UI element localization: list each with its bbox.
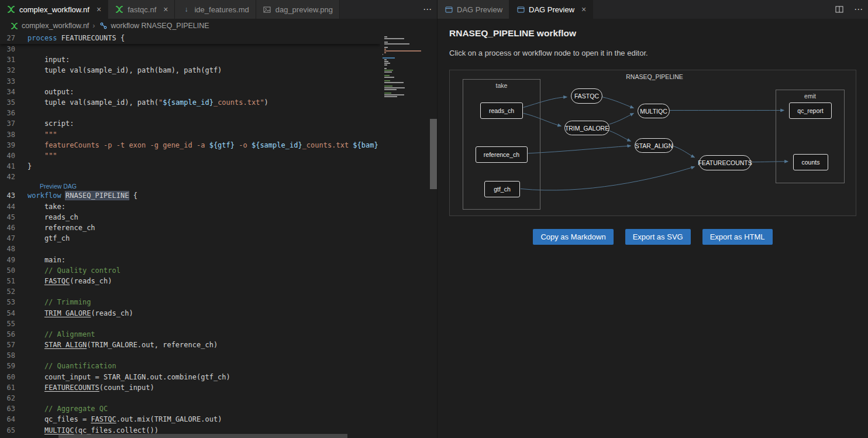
more-actions-icon[interactable]: ⋯ xyxy=(849,0,868,19)
minimap-line xyxy=(383,57,395,59)
code-line[interactable]: 44 take: xyxy=(0,201,380,212)
line-number: 51 xyxy=(0,276,27,286)
code-line[interactable]: 57 STAR_ALIGN(TRIM_GALORE.out, reference… xyxy=(0,340,380,350)
dag-node-gtf-ch[interactable]: gtf_ch xyxy=(484,181,520,197)
tab-ide-features[interactable]: ↓ ide_features.md xyxy=(175,0,256,19)
code-line[interactable]: 32 tuple val(sample_id), path(bam), path… xyxy=(0,65,380,76)
code-lines[interactable]: 3031 input:32 tuple val(sample_id), path… xyxy=(0,44,380,438)
line-number: 54 xyxy=(0,308,27,319)
code-text: take: xyxy=(27,201,380,212)
code-line[interactable]: 30 xyxy=(0,44,380,54)
nextflow-icon xyxy=(6,5,16,14)
dag-node-fastqc[interactable]: FASTQC xyxy=(571,88,602,104)
code-line[interactable]: 34 output: xyxy=(0,87,380,97)
code-line[interactable]: 63 // Aggregate QC xyxy=(0,403,380,414)
vertical-scrollbar-thumb[interactable] xyxy=(430,119,437,189)
line-number: 60 xyxy=(0,372,27,382)
code-line[interactable]: 62 xyxy=(0,393,380,403)
code-line[interactable]: 52 xyxy=(0,286,380,297)
code-text xyxy=(27,244,380,254)
code-pane[interactable]: 27process FEATURECOUNTS { 3031 input:32 … xyxy=(0,33,380,438)
line-number: 61 xyxy=(0,382,27,393)
code-text xyxy=(27,319,380,329)
code-line[interactable]: 60 count_input = STAR_ALIGN.out.combine(… xyxy=(0,372,380,382)
export-html-button[interactable]: Export as HTML xyxy=(702,229,773,245)
close-icon[interactable]: × xyxy=(97,5,101,13)
code-line[interactable]: 53 // Trimming xyxy=(0,297,380,307)
dag-node-star-align[interactable]: STAR_ALIGN xyxy=(635,138,673,153)
dag-node-reference-ch[interactable]: reference_ch xyxy=(476,146,528,163)
code-line[interactable]: 39 featureCounts -p -t exon -g gene_id -… xyxy=(0,140,380,150)
minimap-line xyxy=(384,36,387,37)
codelens-preview-dag[interactable]: Preview DAG xyxy=(0,182,380,190)
breadcrumb-file[interactable]: complex_workflow.nf xyxy=(9,21,89,30)
tab-dag-preview-1[interactable]: DAG Preview xyxy=(438,0,509,19)
minimap-line xyxy=(384,89,397,90)
code-line[interactable]: 43workflow RNASEQ_PIPELINE { xyxy=(0,190,380,201)
tab-complex-workflow[interactable]: complex_workflow.nf × xyxy=(0,0,108,19)
code-line[interactable]: 38 """ xyxy=(0,129,380,140)
copy-markdown-button[interactable]: Copy as Markdown xyxy=(533,229,613,245)
dag-node-reads-ch[interactable]: reads_ch xyxy=(480,102,523,119)
breadcrumb-symbol[interactable]: workflow RNASEQ_PIPELINE xyxy=(99,21,209,30)
code-line[interactable]: 42 xyxy=(0,172,380,182)
tab-dag-preview-png[interactable]: dag_preview.png xyxy=(256,0,340,19)
code-line[interactable]: 50 // Quality control xyxy=(0,265,380,276)
minimap[interactable] xyxy=(380,33,429,438)
code-line[interactable]: 64 qc_files = FASTQC.out.mix(TRIM_GALORE… xyxy=(0,414,380,425)
code-line[interactable]: 33 xyxy=(0,76,380,87)
code-line[interactable]: 47 gtf_ch xyxy=(0,233,380,244)
code-line[interactable]: 56 // Alignment xyxy=(0,329,380,340)
dag-node-counts[interactable]: counts xyxy=(793,154,828,170)
export-svg-button[interactable]: Export as SVG xyxy=(625,229,691,245)
tab-dag-preview-2[interactable]: DAG Preview × xyxy=(509,0,593,19)
nextflow-icon xyxy=(115,5,124,14)
preview-icon xyxy=(516,5,525,14)
line-number: 48 xyxy=(0,244,27,254)
code-text: // Quantification xyxy=(27,361,380,371)
minimap-line xyxy=(384,68,387,69)
more-actions-icon[interactable]: ⋯ xyxy=(418,0,437,19)
minimap-line xyxy=(384,75,390,76)
tab-bar-spacer xyxy=(593,0,830,19)
dag-node-featurecounts[interactable]: FEATURECOUNTS xyxy=(699,155,751,170)
code-line[interactable]: 51 FASTQC(reads_ch) xyxy=(0,276,380,286)
code-line[interactable]: 40 """ xyxy=(0,150,380,161)
code-line[interactable]: 36 xyxy=(0,108,380,118)
vertical-scrollbar-track[interactable] xyxy=(429,33,437,438)
dag-node-multiqc[interactable]: MULTIQC xyxy=(638,104,670,118)
code-line[interactable]: 59 // Quantification xyxy=(0,361,380,371)
code-line[interactable]: 49 main: xyxy=(0,255,380,265)
code-line[interactable]: 55 xyxy=(0,319,380,329)
tab-fastqc[interactable]: fastqc.nf × xyxy=(108,0,175,19)
code-line[interactable]: 61 FEATURECOUNTS(count_input) xyxy=(0,382,380,393)
dag-node-qc-report[interactable]: qc_report xyxy=(789,102,832,119)
minimap-line xyxy=(384,47,388,48)
horizontal-scrollbar[interactable] xyxy=(58,434,347,438)
code-line[interactable]: 54 TRIM_GALORE(reads_ch) xyxy=(0,308,380,319)
code-line[interactable]: 58 xyxy=(0,350,380,361)
cluster-label: take xyxy=(463,82,540,89)
editor-area: 27process FEATURECOUNTS { 3031 input:32 … xyxy=(0,33,437,438)
code-line[interactable]: 27process FEATURECOUNTS { xyxy=(0,33,380,43)
line-number: 37 xyxy=(0,118,27,129)
markdown-icon: ↓ xyxy=(181,5,191,14)
tab-bar-right: DAG Preview DAG Preview × ⋯ xyxy=(438,0,868,19)
close-icon[interactable]: × xyxy=(581,5,586,13)
code-text: gtf_ch xyxy=(27,233,380,244)
code-line[interactable]: 31 input: xyxy=(0,54,380,65)
split-editor-icon[interactable] xyxy=(830,0,849,19)
code-line[interactable]: 48 xyxy=(0,244,380,254)
minimap-line xyxy=(384,50,421,52)
code-line[interactable]: 41} xyxy=(0,161,380,172)
code-line[interactable]: 45 reads_ch xyxy=(0,212,380,223)
code-line[interactable]: 35 tuple val(sample_id), path("${sample_… xyxy=(0,97,380,108)
code-line[interactable]: 46 reference_ch xyxy=(0,223,380,233)
sticky-scroll[interactable]: 27process FEATURECOUNTS { xyxy=(0,33,380,44)
tab-label: dag_preview.png xyxy=(275,5,333,14)
code-text: FEATURECOUNTS(count_input) xyxy=(27,382,380,393)
code-line[interactable]: 37 script: xyxy=(0,118,380,129)
dag-node-trim-galore[interactable]: TRIM_GALORE xyxy=(564,121,609,135)
minimap-line xyxy=(384,80,390,81)
close-icon[interactable]: × xyxy=(163,5,168,13)
